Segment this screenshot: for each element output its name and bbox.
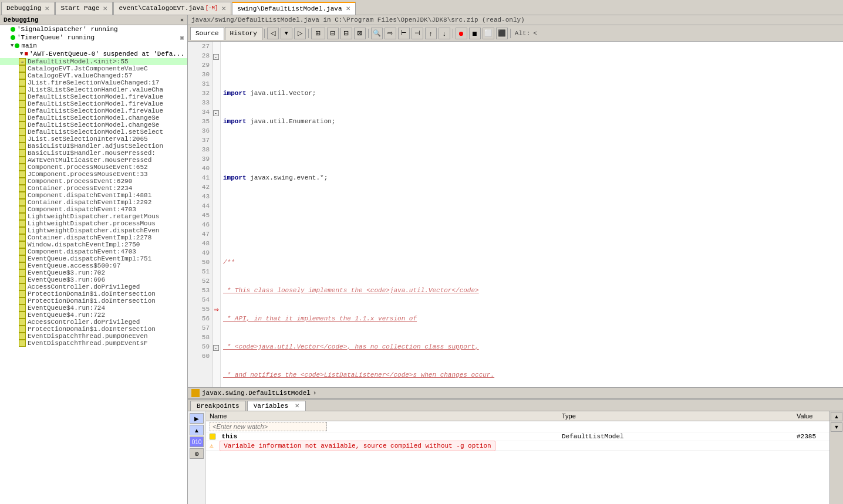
toolbar-btn-forward[interactable]: ▷: [294, 28, 306, 39]
callstack-item-16[interactable]: JComponent.processMouseEvent:33: [0, 171, 187, 178]
callstack-item-34[interactable]: ProtectionDomain$1.doIntersection: [0, 297, 187, 305]
toolbar-btn-1[interactable]: ⊞: [311, 28, 325, 39]
toolbar-btn-debug4[interactable]: ⬛: [496, 28, 508, 39]
callstack-item-22[interactable]: LightweightDispatcher.retargetMous: [0, 213, 187, 220]
callstack-item-2[interactable]: CatalogoEVT.valueChanged:57: [0, 72, 187, 79]
toolbar-btn-debug1[interactable]: ⏺: [456, 28, 467, 39]
callstack-item-40[interactable]: EventDispatchThread.pumpEventsF: [0, 340, 187, 347]
callstack-label-1: CatalogoEVT.JstComponenteValueC: [28, 65, 148, 72]
code-container[interactable]: 27 28 29 30 31 32 33 34 35 36 37 38 39 4…: [188, 42, 843, 387]
callstack-item-23[interactable]: LightweightDispatcher.processMous: [0, 220, 187, 227]
callstack-item-10[interactable]: DefaultListSelectionModel.setSelect: [0, 128, 187, 136]
callstack-item-0[interactable]: ⇒ DefaultListModel.<init>:55: [0, 58, 187, 65]
tab-variables[interactable]: Variables ✕: [247, 401, 306, 411]
callstack-item-14[interactable]: AWTEventMulticaster.mousePressed: [0, 157, 187, 164]
callstack-item-6[interactable]: DefaultListSelectionModel.fireValue: [0, 100, 187, 107]
fold-btn-28[interactable]: -: [213, 54, 219, 60]
callstack-item-1[interactable]: CatalogoEVT.JstComponenteValueC: [0, 65, 187, 72]
toolbar-btn-3[interactable]: ⊟: [340, 28, 352, 39]
callstack-item-35[interactable]: EventQueue$4.run:724: [0, 305, 187, 312]
callstack-item-20[interactable]: Container.dispatchEventImpl:2292: [0, 199, 187, 206]
callstack-item-31[interactable]: EventQueue$3.run:696: [0, 276, 187, 283]
callstack-item-30[interactable]: EventQueue$3.run:702: [0, 269, 187, 276]
callstack-item-21[interactable]: Component.dispatchEvent:4703: [0, 206, 187, 213]
callstack-item-29[interactable]: EventQueue.access$500:97: [0, 262, 187, 269]
callstack-item-5[interactable]: DefaultListSelectionModel.fireValue: [0, 93, 187, 100]
debug-tree[interactable]: 'SignalDispatcher' running 'TimerQueue' …: [0, 25, 187, 504]
thread-awt[interactable]: ▼ ■ 'AWT-EventQueue-0' suspended at 'Def…: [0, 50, 187, 58]
callstack-item-39[interactable]: EventDispatchThread.pumpOneEven: [0, 333, 187, 340]
toolbar-btn-9[interactable]: ↑: [425, 28, 437, 39]
code-area[interactable]: import java.util.Vector; import java.uti…: [221, 42, 843, 387]
callstack-label-17: Component.processEvent:6290: [28, 178, 132, 185]
fold-btn-59[interactable]: -: [213, 345, 219, 351]
callstack-icon-20: [19, 199, 26, 206]
callstack-item-27[interactable]: Component.dispatchEvent:4703: [0, 248, 187, 255]
callstack-item-9[interactable]: DefaultListSelectionModel.changeSe: [0, 121, 187, 128]
fold-btn-34[interactable]: -: [213, 110, 219, 116]
tab-source[interactable]: Source: [190, 27, 224, 40]
toolbar-btn-5[interactable]: 🔍: [371, 28, 383, 39]
tab-debugging[interactable]: Debugging ✕: [1, 2, 55, 15]
toolbar-btn-6[interactable]: ⇨: [385, 28, 396, 39]
tab-variables-close[interactable]: ✕: [295, 402, 299, 409]
tab-start-page[interactable]: Start Page ✕: [55, 2, 113, 15]
var-btn-1[interactable]: ▶: [190, 413, 204, 424]
tab-start-page-close[interactable]: ✕: [103, 5, 107, 12]
toolbar-btn-10[interactable]: ↓: [439, 28, 450, 39]
thread-signal-dispatcher[interactable]: 'SignalDispatcher' running: [0, 25, 187, 33]
tab-catalogoevt-close[interactable]: ✕: [221, 5, 226, 12]
variable-warning-row: ⚠ Variable information not available, so…: [206, 441, 829, 451]
callstack-label-8: DefaultListSelectionModel.changeSe: [28, 114, 159, 121]
callstack-item-12[interactable]: BasicListUI$Handler.adjustSelection: [0, 143, 187, 150]
callstack-item-32[interactable]: AccessController.doPrivileged: [0, 283, 187, 290]
callstack-item-19[interactable]: Component.dispatchEventImpl:4881: [0, 192, 187, 199]
callstack-icon-26: [19, 241, 26, 248]
tab-catalogoevt[interactable]: event\CatalogoEVT.java [-M] ✕: [113, 2, 231, 15]
toolbar-btn-8[interactable]: ⊣: [412, 28, 423, 39]
col-value-header: Value: [793, 411, 829, 421]
thread-timerqueue[interactable]: 'TimerQueue' running ▣: [0, 33, 187, 42]
callstack-item-33[interactable]: ProtectionDomain$1.doIntersection: [0, 290, 187, 297]
callstack-item-15[interactable]: Component.processMouseEvent:652: [0, 164, 187, 171]
toolbar-btn-back[interactable]: ◁: [267, 28, 279, 39]
tab-defaultlistmodel-close[interactable]: ✕: [346, 5, 350, 12]
watch-input-row: [206, 421, 829, 432]
var-btn-3[interactable]: 010: [190, 437, 204, 447]
toolbar-btn-2[interactable]: ⊟: [327, 28, 339, 39]
toolbar-btn-debug2[interactable]: ⏹: [469, 28, 481, 39]
tab-history[interactable]: History: [225, 27, 262, 40]
toolbar-btn-debug3[interactable]: ⬜: [483, 28, 494, 39]
var-btn-4[interactable]: ⊕: [190, 448, 204, 459]
callstack-item-7[interactable]: DefaultListSelectionModel.fireValue: [0, 107, 187, 114]
callstack-item-4[interactable]: JList$ListSelectionHandler.valueCha: [0, 86, 187, 93]
tab-debugging-close[interactable]: ✕: [45, 5, 49, 12]
callstack-item-37[interactable]: AccessController.doPrivileged: [0, 319, 187, 326]
toolbar-btn-7[interactable]: ⊢: [398, 28, 410, 39]
debug-arrow-icon[interactable]: ⇒: [214, 305, 218, 314]
tab-defaultlistmodel[interactable]: swing\DefaultListModel.java ✕: [232, 2, 355, 15]
callstack-item-13[interactable]: BasicListUI$Handler.mousePressed:: [0, 150, 187, 157]
callstack-item-8[interactable]: DefaultListSelectionModel.changeSe: [0, 114, 187, 121]
side-btn-2[interactable]: ▼: [831, 422, 842, 432]
side-btn-1[interactable]: ▲: [831, 412, 842, 421]
callstack-item-36[interactable]: EventQueue$4.run:722: [0, 312, 187, 319]
panel-close-btn[interactable]: ✕: [180, 16, 184, 23]
callstack-item-11[interactable]: JList.setSelectionInterval:2065: [0, 136, 187, 143]
callstack-item-28[interactable]: EventQueue.dispatchEventImpl:751: [0, 255, 187, 262]
callstack-item-25[interactable]: Container.dispatchEventImpl:2278: [0, 234, 187, 241]
callstack-item-24[interactable]: LightweightDispatcher.dispatchEven: [0, 227, 187, 234]
callstack-label-10: DefaultListSelectionModel.setSelect: [28, 128, 163, 136]
toolbar-btn-4[interactable]: ⊠: [354, 28, 366, 39]
thread-main[interactable]: ▼ main: [0, 42, 187, 50]
toolbar-btn-dropdown[interactable]: ▾: [281, 28, 292, 39]
watch-input[interactable]: [210, 422, 327, 431]
callstack-item-17[interactable]: Component.processEvent:6290: [0, 178, 187, 185]
thread-awt-label: 'AWT-EventQueue-0' suspended at 'Defa...: [29, 50, 184, 57]
callstack-item-18[interactable]: Container.processEvent:2234: [0, 185, 187, 192]
callstack-item-38[interactable]: ProtectionDomain$1.doIntersection: [0, 326, 187, 333]
tab-breakpoints[interactable]: Breakpoints: [190, 401, 246, 411]
var-btn-2[interactable]: ▲: [190, 425, 204, 435]
callstack-item-3[interactable]: JList.fireSelectionValueChanged:17: [0, 79, 187, 86]
callstack-item-26[interactable]: Window.dispatchEventImpl:2750: [0, 241, 187, 248]
